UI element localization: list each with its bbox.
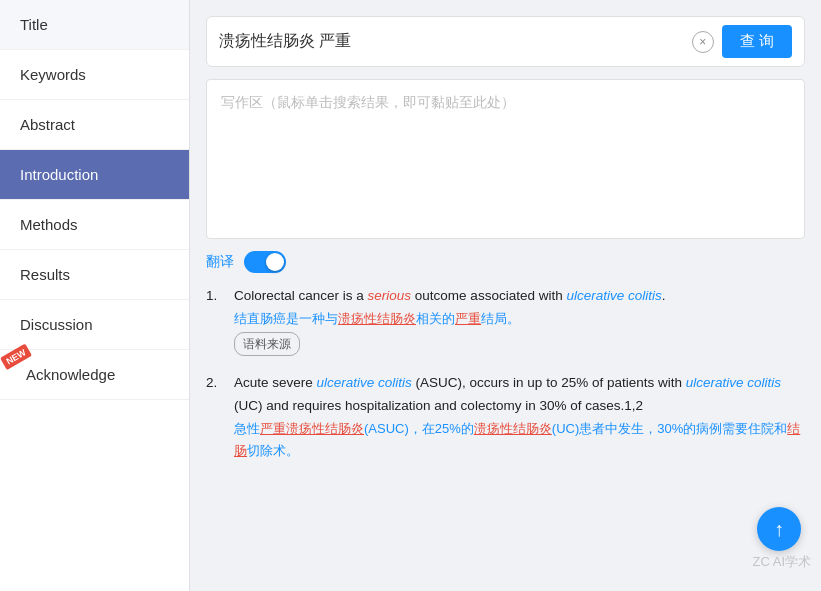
sidebar-item-label: Keywords xyxy=(20,66,86,83)
result-en-1: Colorectal cancer is a serious outcome a… xyxy=(234,285,805,308)
cn-keyword-severe-uc: 严重溃疡性结肠炎 xyxy=(260,421,364,436)
result-num-2: 2. xyxy=(206,372,226,462)
keyword-uc-3: ulcerative colitis xyxy=(686,375,781,390)
sidebar-item-keywords[interactable]: Keywords xyxy=(0,50,189,100)
clear-button[interactable]: × xyxy=(692,31,714,53)
sidebar-item-label: Abstract xyxy=(20,116,75,133)
source-tag-1[interactable]: 语料来源 xyxy=(234,332,300,356)
translate-toggle[interactable] xyxy=(244,251,286,273)
result-num-1: 1. xyxy=(206,285,226,356)
keyword-uc-1: ulcerative colitis xyxy=(566,288,661,303)
result-body-1: Colorectal cancer is a serious outcome a… xyxy=(234,285,805,356)
sidebar-item-label: Acknowledge xyxy=(26,366,115,383)
search-bar: 溃疡性结肠炎 严重 × 查 询 xyxy=(206,16,805,67)
sidebar-item-label: Introduction xyxy=(20,166,98,183)
sidebar: Title Keywords Abstract Introduction Met… xyxy=(0,0,190,591)
sidebar-item-introduction[interactable]: Introduction xyxy=(0,150,189,200)
main-content: 溃疡性结肠炎 严重 × 查 询 写作区（鼠标单击搜索结果，即可黏贴至此处） 翻译… xyxy=(190,0,821,591)
scroll-top-icon: ↑ xyxy=(774,518,784,541)
sidebar-item-acknowledge[interactable]: NEW Acknowledge xyxy=(0,350,189,400)
toggle-knob xyxy=(266,253,284,271)
keyword-serious: serious xyxy=(368,288,412,303)
cn-keyword-serious: 严重 xyxy=(455,311,481,326)
sidebar-item-title[interactable]: Title xyxy=(0,0,189,50)
sidebar-item-label: Methods xyxy=(20,216,78,233)
result-body-2: Acute severe ulcerative colitis (ASUC), … xyxy=(234,372,805,462)
result-cn-2: 急性严重溃疡性结肠炎(ASUC)，在25%的溃疡性结肠炎(UC)患者中发生，30… xyxy=(234,418,805,462)
cn-keyword-uc: 溃疡性结肠炎 xyxy=(338,311,416,326)
result-cn-1: 结直肠癌是一种与溃疡性结肠炎相关的严重结局。 xyxy=(234,308,805,330)
cn-keyword-uc-2: 溃疡性结肠炎 xyxy=(474,421,552,436)
result-en-2: Acute severe ulcerative colitis (ASUC), … xyxy=(234,372,805,418)
translate-label: 翻译 xyxy=(206,253,234,271)
results-list: 1. Colorectal cancer is a serious outcom… xyxy=(206,285,805,462)
sidebar-item-label: Title xyxy=(20,16,48,33)
writing-area[interactable]: 写作区（鼠标单击搜索结果，即可黏贴至此处） xyxy=(206,79,805,239)
writing-placeholder: 写作区（鼠标单击搜索结果，即可黏贴至此处） xyxy=(221,94,515,110)
source-tag-container-1: 语料来源 xyxy=(234,330,805,356)
sidebar-item-label: Discussion xyxy=(20,316,93,333)
scroll-top-button[interactable]: ↑ xyxy=(757,507,801,551)
query-button[interactable]: 查 询 xyxy=(722,25,792,58)
translate-row: 翻译 xyxy=(206,251,805,273)
result-item-2: 2. Acute severe ulcerative colitis (ASUC… xyxy=(206,372,805,462)
sidebar-item-methods[interactable]: Methods xyxy=(0,200,189,250)
sidebar-item-results[interactable]: Results xyxy=(0,250,189,300)
sidebar-item-label: Results xyxy=(20,266,70,283)
result-item-1: 1. Colorectal cancer is a serious outcom… xyxy=(206,285,805,356)
sidebar-item-discussion[interactable]: Discussion xyxy=(0,300,189,350)
sidebar-item-abstract[interactable]: Abstract xyxy=(0,100,189,150)
keyword-uc-2: ulcerative colitis xyxy=(317,375,412,390)
search-value: 溃疡性结肠炎 严重 xyxy=(219,31,684,52)
